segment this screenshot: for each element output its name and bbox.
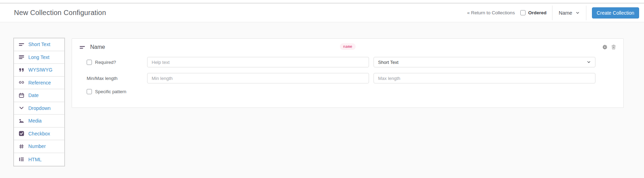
topbar-divider <box>552 6 552 20</box>
sidebar-item-media[interactable]: Media <box>14 115 64 128</box>
topbar-actions: « Return to Collections Ordered Name Cre… <box>467 6 639 20</box>
field-slug-badge: name <box>340 43 356 50</box>
field-card-header: Name name <box>72 39 623 54</box>
long-text-icon <box>19 54 24 60</box>
page-title: New Collection Configuration <box>14 9 106 17</box>
sidebar-item-wysiwyg[interactable]: WYSIWYG <box>14 64 64 77</box>
number-hash-icon <box>19 143 24 149</box>
content-area: Short Text Long Text WYSIWYG Reference D… <box>0 23 644 178</box>
sidebar-item-number[interactable]: Number <box>14 140 64 153</box>
chevron-down-icon <box>576 11 580 15</box>
specific-pattern-option: Specific pattern <box>87 89 143 94</box>
calendar-icon <box>19 92 24 98</box>
collection-name-dropdown-value: Name <box>559 10 572 16</box>
new-collection-page: New Collection Configuration « Return to… <box>0 0 644 178</box>
short-text-icon[interactable] <box>79 44 85 50</box>
ordered-option: Ordered <box>520 10 547 15</box>
sidebar-item-reference[interactable]: Reference <box>14 77 64 90</box>
minmax-length-label: Min/Max length <box>87 76 143 81</box>
ordered-checkbox[interactable] <box>520 10 526 15</box>
return-to-collections-link[interactable]: « Return to Collections <box>467 10 515 15</box>
sidebar-item-html[interactable]: HTML <box>14 153 64 166</box>
sidebar-item-long-text[interactable]: Long Text <box>14 51 64 64</box>
checkbox-icon <box>19 131 24 136</box>
chevron-down-icon <box>587 60 591 64</box>
gear-icon[interactable] <box>602 44 608 50</box>
field-title: Name <box>90 44 105 50</box>
help-text-input[interactable] <box>147 57 369 67</box>
ordered-label: Ordered <box>528 10 547 15</box>
field-card-actions <box>602 44 616 50</box>
field-type-select[interactable]: Short Text <box>374 57 595 67</box>
field-type-list: Short Text Long Text WYSIWYG Reference D… <box>13 38 65 166</box>
required-option: Required? <box>87 60 143 65</box>
chevron-down-icon <box>19 105 24 111</box>
sidebar-item-checkbox[interactable]: Checkbox <box>14 128 64 141</box>
create-collection-button[interactable]: Create Collection <box>592 7 639 18</box>
html-list-icon <box>19 156 24 162</box>
sidebar-item-short-text[interactable]: Short Text <box>14 38 64 51</box>
max-length-input[interactable] <box>374 73 595 83</box>
field-type-select-value: Short Text <box>378 60 398 65</box>
topbar: New Collection Configuration « Return to… <box>0 3 644 22</box>
sidebar-item-dropdown[interactable]: Dropdown <box>14 102 64 115</box>
topbar-divider <box>586 6 586 20</box>
trash-icon[interactable] <box>611 44 616 50</box>
specific-pattern-label: Specific pattern <box>95 89 126 94</box>
reference-link-icon <box>19 80 24 86</box>
short-text-icon <box>19 42 24 47</box>
collection-name-dropdown[interactable]: Name <box>558 9 580 17</box>
wysiwyg-quotes-icon <box>19 67 24 73</box>
field-config-card: Name name Required? Short Text <box>72 38 624 108</box>
sidebar-item-date[interactable]: Date <box>14 89 64 102</box>
field-config-form: Required? Short Text Min/Max length Spec… <box>72 54 623 107</box>
media-image-icon <box>19 118 24 124</box>
specific-pattern-checkbox[interactable] <box>87 89 92 94</box>
min-length-input[interactable] <box>147 73 369 83</box>
required-checkbox[interactable] <box>87 60 92 65</box>
required-label: Required? <box>95 60 116 65</box>
